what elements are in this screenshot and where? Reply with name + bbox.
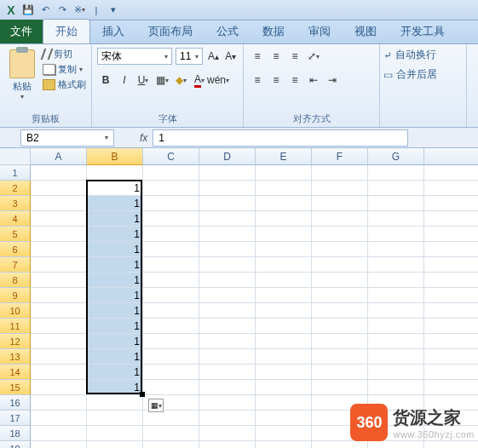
- cell-A5[interactable]: [31, 227, 87, 242]
- cell-F13[interactable]: [312, 349, 368, 365]
- cell-G13[interactable]: [368, 349, 424, 365]
- cell-D17[interactable]: [199, 411, 256, 426]
- cell-C15[interactable]: [143, 380, 199, 395]
- cell-D6[interactable]: [199, 242, 256, 257]
- cell-F3[interactable]: [312, 196, 368, 211]
- cell-A3[interactable]: [31, 196, 87, 211]
- tab-data[interactable]: 数据: [251, 20, 297, 43]
- cell-B7[interactable]: 1: [87, 257, 143, 273]
- row-header-9[interactable]: 9: [0, 288, 31, 303]
- cell-A4[interactable]: [31, 211, 87, 227]
- cell-A1[interactable]: [31, 165, 87, 181]
- cell-E2[interactable]: [256, 181, 312, 196]
- cell-E4[interactable]: [256, 211, 312, 227]
- row-header-19[interactable]: 19: [0, 441, 31, 448]
- undo-button[interactable]: ↶: [37, 3, 53, 18]
- cell-6[interactable]: [424, 242, 478, 257]
- row-header-16[interactable]: 16: [0, 395, 31, 411]
- cell-B9[interactable]: 1: [87, 288, 143, 303]
- cell-D9[interactable]: [199, 288, 256, 303]
- tab-insert[interactable]: 插入: [90, 20, 136, 43]
- format-painter-button[interactable]: 格式刷: [43, 78, 86, 91]
- cell-E11[interactable]: [256, 319, 312, 334]
- column-header-E[interactable]: E: [256, 148, 312, 165]
- align-top-button[interactable]: ≡: [249, 48, 266, 65]
- tab-developer[interactable]: 开发工具: [389, 20, 457, 43]
- row-header-7[interactable]: 7: [0, 257, 31, 273]
- cell-B5[interactable]: 1: [87, 227, 143, 242]
- cell-G11[interactable]: [368, 319, 424, 334]
- cell-B12[interactable]: 1: [87, 334, 143, 349]
- tab-review[interactable]: 审阅: [297, 20, 343, 43]
- cell-A15[interactable]: [31, 380, 87, 395]
- cell-G2[interactable]: [368, 181, 424, 196]
- cell-A11[interactable]: [31, 319, 87, 334]
- cell-E14[interactable]: [256, 365, 312, 380]
- row-header-11[interactable]: 11: [0, 319, 31, 334]
- cell-A12[interactable]: [31, 334, 87, 349]
- align-bottom-button[interactable]: ≡: [286, 48, 303, 65]
- column-header-F[interactable]: F: [312, 148, 368, 165]
- cell-15[interactable]: [424, 380, 478, 395]
- tab-view[interactable]: 视图: [343, 20, 389, 43]
- cell-B2[interactable]: 1: [87, 181, 143, 196]
- orientation-button[interactable]: ⤢▾: [305, 48, 322, 65]
- underline-button[interactable]: U▾: [135, 72, 152, 89]
- cell-B15[interactable]: 1: [87, 380, 143, 395]
- cell-G14[interactable]: [368, 365, 424, 380]
- cell-E1[interactable]: [256, 165, 312, 181]
- name-box[interactable]: B2▾: [20, 129, 114, 146]
- cell-D15[interactable]: [199, 380, 256, 395]
- cell-10[interactable]: [424, 303, 478, 319]
- phonetic-button[interactable]: wén▾: [210, 72, 227, 89]
- cell-G10[interactable]: [368, 303, 424, 319]
- fill-handle[interactable]: [140, 392, 145, 397]
- cell-E16[interactable]: [256, 395, 312, 411]
- column-header-D[interactable]: D: [199, 148, 256, 165]
- row-header-4[interactable]: 4: [0, 211, 31, 227]
- tab-file[interactable]: 文件: [0, 20, 43, 43]
- cell-14[interactable]: [424, 365, 478, 380]
- cell-D12[interactable]: [199, 334, 256, 349]
- cell-B17[interactable]: [87, 411, 143, 426]
- cell-B14[interactable]: 1: [87, 365, 143, 380]
- row-header-14[interactable]: 14: [0, 365, 31, 380]
- cell-B19[interactable]: [87, 441, 143, 448]
- cell-3[interactable]: [424, 196, 478, 211]
- increase-indent-button[interactable]: ⇥: [324, 72, 341, 89]
- align-left-button[interactable]: ≡: [249, 72, 266, 89]
- cell-F4[interactable]: [312, 211, 368, 227]
- row-header-8[interactable]: 8: [0, 273, 31, 288]
- cell-C5[interactable]: [143, 227, 199, 242]
- row-header-3[interactable]: 3: [0, 196, 31, 211]
- cell-G7[interactable]: [368, 257, 424, 273]
- cell-F19[interactable]: [312, 441, 368, 448]
- cell-A6[interactable]: [31, 242, 87, 257]
- row-header-13[interactable]: 13: [0, 349, 31, 365]
- cell-D2[interactable]: [199, 181, 256, 196]
- cell-G1[interactable]: [368, 165, 424, 181]
- cell-E18[interactable]: [256, 426, 312, 441]
- row-header-12[interactable]: 12: [0, 334, 31, 349]
- cell-C1[interactable]: [143, 165, 199, 181]
- column-header-[interactable]: [424, 148, 478, 165]
- cell-G3[interactable]: [368, 196, 424, 211]
- tab-formulas[interactable]: 公式: [204, 20, 251, 43]
- align-center-button[interactable]: ≡: [268, 72, 285, 89]
- cell-D3[interactable]: [199, 196, 256, 211]
- tab-home[interactable]: 开始: [43, 19, 90, 43]
- bold-button[interactable]: B: [97, 72, 114, 89]
- cell-A9[interactable]: [31, 288, 87, 303]
- cell-A2[interactable]: [31, 181, 87, 196]
- row-header-17[interactable]: 17: [0, 411, 31, 426]
- cell-12[interactable]: [424, 334, 478, 349]
- cell-C8[interactable]: [143, 273, 199, 288]
- column-header-C[interactable]: C: [143, 148, 199, 165]
- cell-E19[interactable]: [256, 441, 312, 448]
- cell-C2[interactable]: [143, 181, 199, 196]
- cell-B8[interactable]: 1: [87, 273, 143, 288]
- qat-more[interactable]: ▾: [106, 3, 121, 18]
- redo-button[interactable]: ↷: [55, 3, 70, 18]
- cell-1[interactable]: [424, 165, 478, 181]
- wrap-text-button[interactable]: ⤶自动换行: [383, 48, 463, 62]
